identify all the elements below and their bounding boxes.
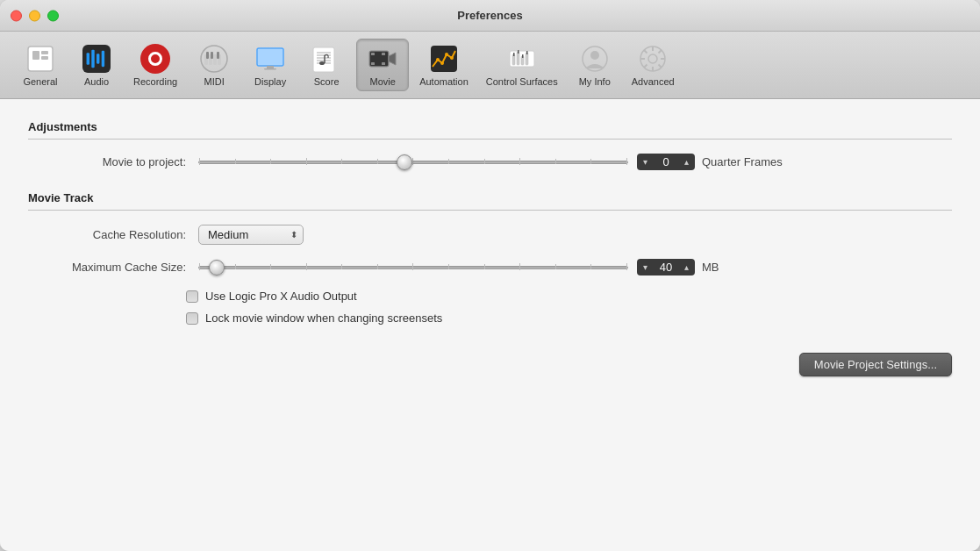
tab-audio-label: Audio (84, 76, 109, 87)
tab-score-label: Score (314, 76, 340, 87)
advanced-icon (637, 43, 669, 75)
svg-rect-1 (32, 51, 39, 60)
svg-rect-47 (522, 54, 524, 58)
tab-advanced[interactable]: Advanced (625, 39, 682, 90)
tab-audio[interactable]: Audio (70, 39, 123, 90)
recording-icon (139, 43, 171, 75)
tab-recording-label: Recording (133, 76, 177, 87)
cache-resolution-row: Cache Resolution: Medium ⬍ (28, 225, 952, 245)
max-cache-size-slider-track[interactable] (198, 266, 628, 269)
tab-advanced-label: Advanced (632, 76, 675, 87)
tab-score[interactable]: Score (300, 39, 353, 90)
maximize-button[interactable] (47, 10, 59, 21)
tab-general[interactable]: General (14, 39, 67, 90)
svg-point-37 (440, 61, 444, 65)
lock-movie-window-label: Lock movie window when changing screense… (205, 311, 442, 325)
content-area: Adjustments Movie to project: (0, 99, 980, 551)
svg-line-57 (644, 50, 647, 54)
svg-rect-0 (28, 47, 53, 71)
tab-display[interactable]: Display (244, 39, 297, 90)
svg-point-39 (450, 56, 454, 60)
movie-icon (367, 43, 398, 75)
svg-rect-48 (526, 51, 528, 54)
movie-to-project-label: Movie to project: (46, 155, 186, 168)
tab-my-info-label: My Info (579, 76, 611, 87)
tab-movie[interactable]: Movie (356, 39, 409, 91)
tab-my-info[interactable]: My Info (569, 39, 621, 90)
movie-to-project-slider-track[interactable] (198, 161, 628, 164)
my-info-icon (579, 43, 611, 75)
tab-control-surfaces[interactable]: Control Surfaces (479, 39, 565, 90)
traffic-lights (11, 10, 59, 21)
tab-display-label: Display (254, 76, 286, 87)
cache-resolution-dropdown[interactable]: Medium ⬍ (198, 225, 304, 245)
max-cache-size-stepper: ▾ 40 ▴ MB (637, 259, 719, 276)
use-audio-output-label: Use Logic Pro X Audio Output (205, 290, 357, 303)
max-cache-size-value: 40 (654, 261, 678, 274)
general-icon (25, 43, 56, 75)
svg-rect-31 (371, 53, 375, 55)
window-title: Preferences (457, 9, 522, 22)
movie-to-project-stepper: ▾ 0 ▴ Quarter Frames (637, 154, 783, 170)
footer-actions: Movie Project Settings... (28, 346, 952, 376)
movie-track-section: Movie Track Cache Resolution: Medium ⬍ M… (28, 191, 952, 376)
max-cache-size-unit: MB (702, 261, 719, 274)
svg-point-26 (319, 61, 325, 65)
lock-movie-window-checkbox[interactable] (186, 312, 198, 325)
tab-control-surfaces-label: Control Surfaces (486, 76, 558, 87)
svg-rect-44 (526, 53, 528, 65)
max-cache-size-thumb[interactable] (209, 260, 225, 276)
svg-point-36 (436, 58, 440, 61)
svg-rect-18 (267, 66, 274, 68)
movie-to-project-thumb[interactable] (397, 154, 412, 170)
max-cache-size-increment[interactable]: ▴ (682, 261, 691, 273)
close-button[interactable] (11, 10, 22, 21)
automation-icon (428, 43, 460, 75)
tab-movie-label: Movie (369, 76, 395, 87)
svg-line-58 (659, 65, 662, 68)
svg-rect-20 (313, 47, 334, 72)
svg-rect-2 (41, 51, 48, 54)
max-cache-size-label: Maximum Cache Size: (46, 261, 186, 274)
svg-rect-46 (518, 50, 519, 54)
use-audio-output-row: Use Logic Pro X Audio Output (28, 290, 952, 303)
tab-midi[interactable]: MIDI (188, 39, 240, 90)
svg-point-50 (590, 51, 599, 60)
svg-rect-32 (371, 62, 375, 65)
svg-rect-3 (41, 56, 48, 60)
control-surfaces-icon (506, 43, 538, 75)
movie-to-project-slider-container (198, 161, 628, 164)
svg-rect-11 (213, 54, 217, 65)
svg-rect-34 (382, 62, 385, 65)
svg-rect-19 (264, 68, 276, 70)
movie-project-settings-button[interactable]: Movie Project Settings... (799, 353, 952, 376)
movie-to-project-value: 0 (654, 155, 678, 168)
movie-to-project-increment[interactable]: ▴ (682, 156, 691, 168)
tab-general-label: General (23, 76, 57, 87)
max-cache-size-stepper-box[interactable]: ▾ 40 ▴ (637, 259, 695, 276)
titlebar: Preferences (0, 0, 980, 32)
svg-point-38 (445, 53, 448, 56)
tab-recording[interactable]: Recording (126, 39, 184, 90)
use-audio-output-checkbox[interactable] (186, 290, 198, 303)
movie-to-project-row: Movie to project: (28, 154, 952, 170)
tab-automation-label: Automation (419, 76, 469, 87)
score-icon (311, 43, 342, 75)
svg-rect-4 (87, 53, 89, 65)
svg-rect-45 (513, 53, 515, 56)
midi-icon (198, 43, 230, 75)
tab-automation[interactable]: Automation (412, 39, 476, 90)
minimize-button[interactable] (29, 10, 40, 21)
svg-rect-42 (517, 52, 519, 65)
max-cache-size-slider-container (198, 266, 628, 269)
max-cache-size-decrement[interactable]: ▾ (640, 261, 650, 273)
adjustments-divider (28, 139, 952, 140)
svg-rect-7 (102, 51, 104, 67)
lock-movie-window-row: Lock movie window when changing screense… (28, 311, 952, 325)
movie-to-project-stepper-box[interactable]: ▾ 0 ▴ (637, 154, 695, 170)
cache-resolution-value: Medium (208, 228, 248, 241)
movie-to-project-decrement[interactable]: ▾ (640, 156, 650, 168)
svg-line-59 (659, 50, 662, 54)
adjustments-title: Adjustments (28, 120, 952, 133)
movie-track-title: Movie Track (28, 191, 952, 204)
